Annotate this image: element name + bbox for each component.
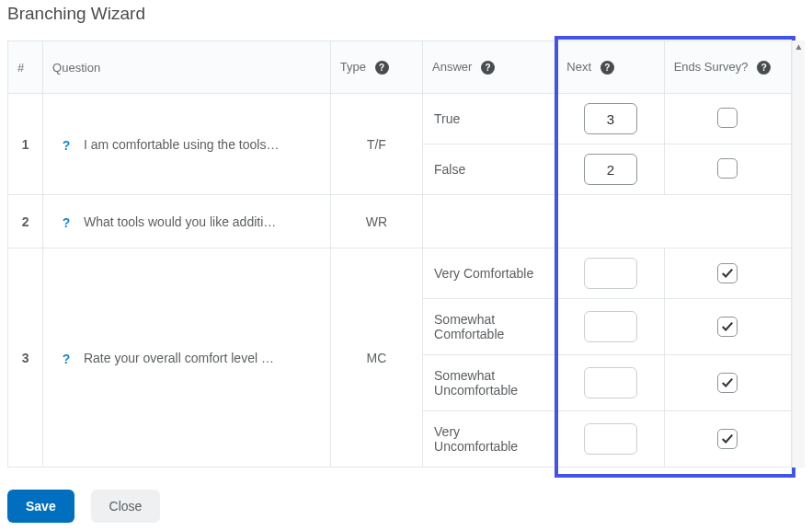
answer-label: Very Comfortable xyxy=(423,248,557,299)
question-type: T/F xyxy=(330,94,422,195)
table-row: 1 ? I am comfortable using the tools… T/… xyxy=(8,94,792,144)
answer-label: Somewhat Uncomfortable xyxy=(423,355,557,411)
question-type: WR xyxy=(330,195,422,248)
help-icon[interactable]: ? xyxy=(375,61,389,75)
question-icon: ? xyxy=(60,352,73,365)
col-type: Type ? xyxy=(330,41,422,94)
col-type-label: Type xyxy=(340,60,366,74)
question-cell: ? Rate your overall comfort level … xyxy=(43,248,331,468)
question-text: I am comfortable using the tools… xyxy=(84,137,279,152)
row-number: 1 xyxy=(8,94,43,195)
col-answer-label: Answer xyxy=(432,60,472,74)
save-button[interactable]: Save xyxy=(7,490,74,523)
row-number: 2 xyxy=(8,195,43,248)
next-input[interactable] xyxy=(584,311,637,342)
next-input[interactable] xyxy=(584,423,637,455)
col-num: # xyxy=(8,41,43,94)
answer-label: Somewhat Comfortable xyxy=(423,299,557,355)
page-title: Branching Wizard xyxy=(7,4,805,24)
col-answer: Answer ? xyxy=(423,41,557,94)
row-number: 3 xyxy=(8,248,43,468)
ends-checkbox[interactable] xyxy=(717,317,738,337)
help-icon[interactable]: ? xyxy=(481,61,495,75)
question-text: Rate your overall comfort level … xyxy=(84,351,274,365)
question-type: MC xyxy=(330,248,422,468)
vertical-scrollbar[interactable]: ▲ xyxy=(792,40,805,468)
question-cell: ? I am comfortable using the tools… xyxy=(43,94,331,195)
next-input[interactable] xyxy=(584,103,637,134)
question-icon: ? xyxy=(60,216,73,229)
empty-cell xyxy=(423,195,792,248)
question-icon: ? xyxy=(60,139,73,152)
next-input[interactable] xyxy=(584,154,637,185)
help-icon[interactable]: ? xyxy=(600,61,614,75)
table-row: 2 ? What tools would you like additi… WR xyxy=(8,195,792,248)
col-next: Next ? xyxy=(557,41,664,94)
scroll-up-icon[interactable]: ▲ xyxy=(793,40,805,53)
button-row: Save Close xyxy=(7,490,805,523)
answer-label: Very Uncomfortable xyxy=(423,411,557,468)
next-input[interactable] xyxy=(584,258,637,289)
close-button[interactable]: Close xyxy=(91,490,161,523)
ends-checkbox[interactable] xyxy=(717,108,738,128)
answer-label: False xyxy=(423,144,557,195)
answer-label: True xyxy=(423,94,557,144)
next-input[interactable] xyxy=(584,367,637,398)
ends-checkbox[interactable] xyxy=(717,158,738,179)
col-ends: Ends Survey? ? xyxy=(664,41,791,94)
col-question: Question xyxy=(43,41,331,94)
ends-checkbox[interactable] xyxy=(717,373,738,393)
table-row: 3 ? Rate your overall comfort level … MC… xyxy=(8,248,792,299)
question-cell: ? What tools would you like additi… xyxy=(43,195,331,248)
branching-table: # Question Type ? Answer ? Next ? Ends S… xyxy=(7,40,792,468)
ends-checkbox[interactable] xyxy=(717,429,738,449)
col-next-label: Next xyxy=(566,60,591,74)
help-icon[interactable]: ? xyxy=(757,61,771,75)
col-ends-label: Ends Survey? xyxy=(674,60,749,74)
ends-checkbox[interactable] xyxy=(717,263,738,283)
question-text: What tools would you like additi… xyxy=(84,214,276,229)
